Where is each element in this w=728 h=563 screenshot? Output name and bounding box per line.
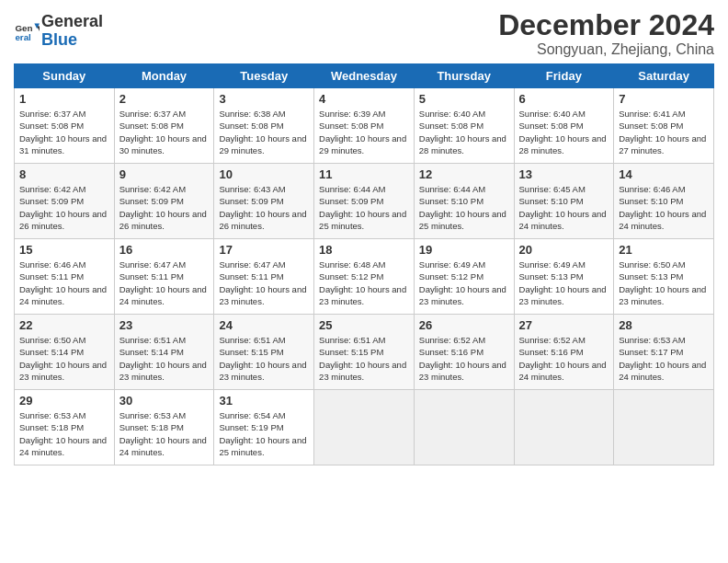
calendar-day: 14Sunrise: 6:46 AMSunset: 5:10 PMDayligh…: [614, 164, 714, 239]
logo-text-line1: General: [41, 13, 103, 31]
col-monday: Monday: [114, 64, 214, 88]
calendar-week-4: 22Sunrise: 6:50 AMSunset: 5:14 PMDayligh…: [15, 315, 714, 390]
calendar-day: 31Sunrise: 6:54 AMSunset: 5:19 PMDayligh…: [214, 390, 314, 465]
calendar-day: 17Sunrise: 6:47 AMSunset: 5:11 PMDayligh…: [214, 239, 314, 315]
day-number: 10: [219, 167, 309, 181]
day-info: Sunrise: 6:52 AMSunset: 5:16 PMDaylight:…: [519, 334, 609, 383]
calendar-day: 9Sunrise: 6:42 AMSunset: 5:09 PMDaylight…: [114, 164, 214, 239]
day-number: 8: [19, 167, 109, 181]
svg-text:eral: eral: [15, 32, 31, 42]
day-number: 6: [519, 92, 609, 106]
calendar-day: 25Sunrise: 6:51 AMSunset: 5:15 PMDayligh…: [314, 315, 415, 390]
logo-icon: Gen eral: [14, 18, 40, 44]
calendar-day: [614, 390, 714, 465]
day-number: 21: [619, 243, 709, 257]
day-info: Sunrise: 6:53 AMSunset: 5:18 PMDaylight:…: [19, 409, 109, 458]
day-number: 17: [219, 243, 309, 257]
day-info: Sunrise: 6:43 AMSunset: 5:09 PMDaylight:…: [219, 183, 309, 232]
day-info: Sunrise: 6:39 AMSunset: 5:08 PMDaylight:…: [319, 108, 409, 156]
calendar-week-5: 29Sunrise: 6:53 AMSunset: 5:18 PMDayligh…: [15, 390, 714, 465]
calendar-day: 27Sunrise: 6:52 AMSunset: 5:16 PMDayligh…: [514, 315, 614, 390]
day-number: 7: [619, 92, 709, 106]
day-number: 12: [419, 167, 509, 181]
logo-text-line2: Blue: [41, 31, 103, 50]
day-number: 14: [619, 167, 709, 181]
day-info: Sunrise: 6:44 AMSunset: 5:09 PMDaylight:…: [319, 183, 409, 232]
calendar-day: 13Sunrise: 6:45 AMSunset: 5:10 PMDayligh…: [514, 164, 614, 239]
day-info: Sunrise: 6:53 AMSunset: 5:18 PMDaylight:…: [119, 409, 210, 458]
calendar-day: 28Sunrise: 6:53 AMSunset: 5:17 PMDayligh…: [614, 315, 714, 390]
calendar-day: 15Sunrise: 6:46 AMSunset: 5:11 PMDayligh…: [15, 239, 115, 315]
day-info: Sunrise: 6:51 AMSunset: 5:15 PMDaylight:…: [319, 334, 409, 383]
day-number: 26: [419, 318, 509, 332]
calendar-day: 8Sunrise: 6:42 AMSunset: 5:09 PMDaylight…: [15, 164, 115, 239]
col-tuesday: Tuesday: [214, 64, 314, 88]
day-number: 16: [119, 243, 210, 257]
day-info: Sunrise: 6:44 AMSunset: 5:10 PMDaylight:…: [419, 183, 509, 232]
calendar-day: 21Sunrise: 6:50 AMSunset: 5:13 PMDayligh…: [614, 239, 714, 315]
day-info: Sunrise: 6:50 AMSunset: 5:13 PMDaylight:…: [619, 259, 709, 307]
day-info: Sunrise: 6:47 AMSunset: 5:11 PMDaylight:…: [119, 259, 210, 307]
day-number: 19: [419, 243, 509, 257]
day-number: 4: [319, 92, 409, 106]
page-container: Gen eral General Blue December 2024 Song…: [0, 0, 728, 475]
day-info: Sunrise: 6:37 AMSunset: 5:08 PMDaylight:…: [19, 108, 109, 156]
calendar-day: 6Sunrise: 6:40 AMSunset: 5:08 PMDaylight…: [514, 88, 614, 164]
calendar-day: 22Sunrise: 6:50 AMSunset: 5:14 PMDayligh…: [15, 315, 115, 390]
day-number: 30: [119, 394, 210, 408]
calendar-day: 1Sunrise: 6:37 AMSunset: 5:08 PMDaylight…: [15, 88, 115, 164]
calendar-week-3: 15Sunrise: 6:46 AMSunset: 5:11 PMDayligh…: [15, 239, 714, 315]
day-info: Sunrise: 6:46 AMSunset: 5:11 PMDaylight:…: [19, 259, 109, 307]
col-saturday: Saturday: [614, 64, 714, 88]
calendar-day: 10Sunrise: 6:43 AMSunset: 5:09 PMDayligh…: [214, 164, 314, 239]
calendar-day: 3Sunrise: 6:38 AMSunset: 5:08 PMDaylight…: [214, 88, 314, 164]
day-info: Sunrise: 6:45 AMSunset: 5:10 PMDaylight:…: [519, 183, 609, 232]
day-number: 31: [219, 394, 309, 408]
day-info: Sunrise: 6:54 AMSunset: 5:19 PMDaylight:…: [219, 409, 309, 458]
day-number: 23: [119, 318, 210, 332]
day-info: Sunrise: 6:42 AMSunset: 5:09 PMDaylight:…: [19, 183, 109, 232]
calendar-week-1: 1Sunrise: 6:37 AMSunset: 5:08 PMDaylight…: [15, 88, 714, 164]
day-number: 3: [219, 92, 309, 106]
calendar-day: 24Sunrise: 6:51 AMSunset: 5:15 PMDayligh…: [214, 315, 314, 390]
day-info: Sunrise: 6:37 AMSunset: 5:08 PMDaylight:…: [119, 108, 210, 156]
calendar-day: 29Sunrise: 6:53 AMSunset: 5:18 PMDayligh…: [15, 390, 115, 465]
month-title: December 2024: [498, 9, 714, 41]
calendar-day: 20Sunrise: 6:49 AMSunset: 5:13 PMDayligh…: [514, 239, 614, 315]
calendar-day: 7Sunrise: 6:41 AMSunset: 5:08 PMDaylight…: [614, 88, 714, 164]
day-number: 22: [19, 318, 109, 332]
logo: Gen eral General Blue: [14, 13, 103, 50]
header-row: Sunday Monday Tuesday Wednesday Thursday…: [15, 64, 714, 88]
col-wednesday: Wednesday: [314, 64, 415, 88]
calendar-day: 12Sunrise: 6:44 AMSunset: 5:10 PMDayligh…: [414, 164, 514, 239]
calendar-day: 4Sunrise: 6:39 AMSunset: 5:08 PMDaylight…: [314, 88, 415, 164]
calendar-day: 11Sunrise: 6:44 AMSunset: 5:09 PMDayligh…: [314, 164, 415, 239]
day-number: 27: [519, 318, 609, 332]
calendar-day: 18Sunrise: 6:48 AMSunset: 5:12 PMDayligh…: [314, 239, 415, 315]
day-info: Sunrise: 6:47 AMSunset: 5:11 PMDaylight:…: [219, 259, 309, 307]
calendar-day: 5Sunrise: 6:40 AMSunset: 5:08 PMDaylight…: [414, 88, 514, 164]
calendar-day: 30Sunrise: 6:53 AMSunset: 5:18 PMDayligh…: [114, 390, 214, 465]
day-info: Sunrise: 6:49 AMSunset: 5:13 PMDaylight:…: [519, 259, 609, 307]
day-number: 28: [619, 318, 709, 332]
calendar-day: 26Sunrise: 6:52 AMSunset: 5:16 PMDayligh…: [414, 315, 514, 390]
day-number: 20: [519, 243, 609, 257]
day-info: Sunrise: 6:40 AMSunset: 5:08 PMDaylight:…: [519, 108, 609, 156]
col-thursday: Thursday: [414, 64, 514, 88]
day-info: Sunrise: 6:50 AMSunset: 5:14 PMDaylight:…: [19, 334, 109, 383]
day-info: Sunrise: 6:51 AMSunset: 5:15 PMDaylight:…: [219, 334, 309, 383]
day-info: Sunrise: 6:40 AMSunset: 5:08 PMDaylight:…: [419, 108, 509, 156]
day-number: 13: [519, 167, 609, 181]
calendar-table: Sunday Monday Tuesday Wednesday Thursday…: [14, 63, 714, 465]
day-info: Sunrise: 6:49 AMSunset: 5:12 PMDaylight:…: [419, 259, 509, 307]
day-number: 2: [119, 92, 210, 106]
calendar-day: 16Sunrise: 6:47 AMSunset: 5:11 PMDayligh…: [114, 239, 214, 315]
day-number: 24: [219, 318, 309, 332]
day-number: 25: [319, 318, 409, 332]
day-info: Sunrise: 6:42 AMSunset: 5:09 PMDaylight:…: [119, 183, 210, 232]
day-number: 11: [319, 167, 409, 181]
day-number: 18: [319, 243, 409, 257]
calendar-day: 19Sunrise: 6:49 AMSunset: 5:12 PMDayligh…: [414, 239, 514, 315]
calendar-day: [314, 390, 415, 465]
day-number: 5: [419, 92, 509, 106]
